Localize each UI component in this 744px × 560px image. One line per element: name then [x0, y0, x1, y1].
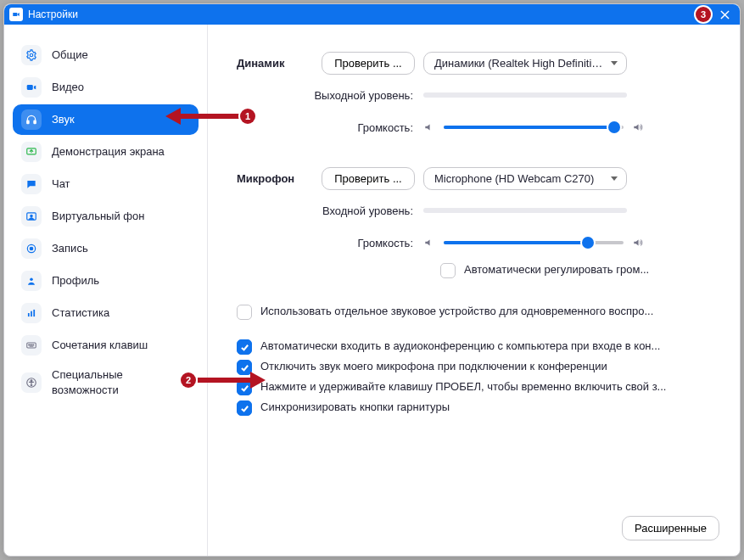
svg-rect-3	[27, 85, 33, 90]
checkbox-space-to-unmute[interactable]: Нажмите и удерживайте клавишу ПРОБЕЛ, чт…	[237, 379, 711, 395]
sidebar-item-label: Звук	[52, 112, 75, 127]
mic-section-title: Микрофон	[237, 172, 322, 185]
checkbox-separate-audio[interactable]: Использовать отдельное звуковое устройст…	[237, 304, 711, 320]
svg-rect-12	[28, 313, 30, 316]
stats-icon	[21, 303, 42, 323]
close-button[interactable]	[714, 6, 735, 23]
checkbox-checked-icon	[237, 339, 252, 355]
annotation-badge-2: 2	[181, 372, 196, 388]
annotation-badge-3: 3	[696, 7, 711, 22]
video-icon	[21, 77, 42, 98]
mic-input-level-label: Входной уровень:	[237, 204, 423, 217]
test-mic-button[interactable]: Проверить ...	[322, 167, 415, 190]
checkbox-label: Нажмите и удерживайте клавишу ПРОБЕЛ, чт…	[260, 379, 666, 395]
headphones-icon	[21, 109, 42, 130]
accessibility-icon	[21, 372, 42, 393]
sidebar-item-label: Профиль	[52, 273, 99, 288]
svg-rect-14	[33, 310, 35, 316]
sidebar-item-label: Запись	[52, 241, 88, 256]
sidebar-item-shortcuts[interactable]: Сочетания клавиш	[13, 330, 199, 361]
svg-point-11	[30, 278, 33, 282]
svg-rect-5	[34, 120, 36, 124]
sidebar-item-label: Демонстрация экрана	[52, 144, 165, 160]
window-title: Настройки	[28, 8, 78, 20]
sidebar-item-video[interactable]: Видео	[13, 72, 199, 103]
mic-volume-slider[interactable]	[444, 241, 624, 244]
sidebar-item-label: Сочетания клавиш	[52, 338, 148, 353]
app-icon	[9, 8, 23, 21]
window-body: Общие Видео Звук Демонстрация экрана Чат…	[4, 25, 740, 556]
svg-point-2	[30, 53, 33, 57]
sidebar-item-accessibility[interactable]: Специальные возможности	[13, 362, 199, 403]
advanced-button[interactable]: Расширенные	[622, 516, 719, 540]
audio-options-group: Использовать отдельное звуковое устройст…	[237, 304, 711, 416]
checkbox-checked-icon	[237, 400, 252, 416]
titlebar: Настройки 3	[4, 4, 740, 25]
svg-point-19	[33, 344, 34, 345]
checkbox-auto-join-audio[interactable]: Автоматически входить в аудиоконференцию…	[237, 339, 711, 355]
checkbox-label: Отключить звук моего микрофона при подкл…	[260, 359, 607, 374]
sidebar-item-recording[interactable]: Запись	[13, 233, 199, 264]
checkbox-mute-mic-on-join[interactable]: Отключить звук моего микрофона при подкл…	[237, 359, 711, 375]
sidebar-item-chat[interactable]: Чат	[13, 169, 199, 199]
svg-rect-13	[31, 311, 32, 316]
svg-point-17	[30, 344, 31, 345]
svg-point-18	[31, 344, 32, 345]
sidebar: Общие Видео Звук Демонстрация экрана Чат…	[4, 25, 208, 556]
auto-adjust-checkbox-row[interactable]: Автоматически регулировать гром...	[440, 262, 711, 278]
sidebar-item-label: Чат	[52, 176, 70, 192]
svg-point-22	[31, 380, 32, 382]
annotation-arrow-2	[198, 376, 266, 384]
annotation-arrow-1	[165, 112, 242, 120]
annotation-badge-1: 1	[240, 109, 255, 124]
keyboard-icon	[21, 335, 42, 356]
svg-rect-4	[27, 120, 29, 124]
svg-point-10	[30, 247, 33, 250]
sidebar-item-label: Статистика	[52, 305, 109, 321]
svg-point-8	[31, 215, 32, 216]
checkbox-icon	[237, 305, 252, 320]
checkbox-icon	[440, 263, 456, 278]
record-icon	[21, 238, 42, 259]
speaker-output-level-meter	[423, 92, 627, 98]
volume-low-icon	[423, 121, 435, 133]
virtual-bg-icon	[21, 206, 42, 227]
mic-device-select[interactable]: Microphone (HD Webcam C270)	[423, 167, 627, 190]
audio-settings-panel: Динамик Проверить ... Динамики (Realtek …	[208, 25, 740, 556]
checkbox-label: Синхронизировать кнопки гарнитуры	[260, 400, 450, 415]
checkbox-sync-headset[interactable]: Синхронизировать кнопки гарнитуры	[237, 400, 711, 416]
mic-input-level-meter	[423, 208, 627, 213]
sidebar-item-label: Виртуальный фон	[52, 209, 144, 224]
checkbox-label: Использовать отдельное звуковое устройст…	[260, 304, 653, 319]
sidebar-item-label: Видео	[52, 80, 84, 95]
speaker-device-select[interactable]: Динамики (Realtek High Definitio...	[423, 52, 627, 75]
speaker-volume-slider[interactable]	[444, 126, 624, 129]
settings-window: Настройки 3 Общие Видео Звук Демонстраци	[3, 3, 741, 557]
svg-point-16	[29, 344, 30, 345]
speaker-output-level-label: Выходной уровень:	[237, 89, 423, 102]
sidebar-item-share-screen[interactable]: Демонстрация экрана	[13, 137, 199, 167]
auto-adjust-label: Автоматически регулировать гром...	[464, 262, 649, 277]
test-speaker-button[interactable]: Проверить ...	[322, 52, 415, 75]
chat-icon	[21, 174, 42, 194]
sidebar-item-profile[interactable]: Профиль	[13, 266, 199, 296]
speaker-volume-label: Громкость:	[237, 121, 423, 134]
sidebar-item-label: Специальные возможности	[52, 367, 190, 398]
mic-volume-label: Громкость:	[237, 237, 423, 249]
sidebar-item-statistics[interactable]: Статистика	[13, 298, 199, 328]
volume-low-icon	[423, 237, 435, 249]
settings-icon	[21, 45, 42, 65]
sidebar-item-virtual-bg[interactable]: Виртуальный фон	[13, 201, 199, 232]
profile-icon	[21, 271, 42, 291]
checkbox-label: Автоматически входить в аудиоконференцию…	[260, 339, 660, 354]
share-screen-icon	[21, 142, 42, 162]
volume-high-icon	[632, 121, 644, 133]
volume-high-icon	[632, 237, 644, 249]
sidebar-item-label: Общие	[52, 48, 88, 63]
sidebar-item-general[interactable]: Общие	[13, 40, 199, 70]
speaker-section-title: Динамик	[237, 57, 322, 70]
